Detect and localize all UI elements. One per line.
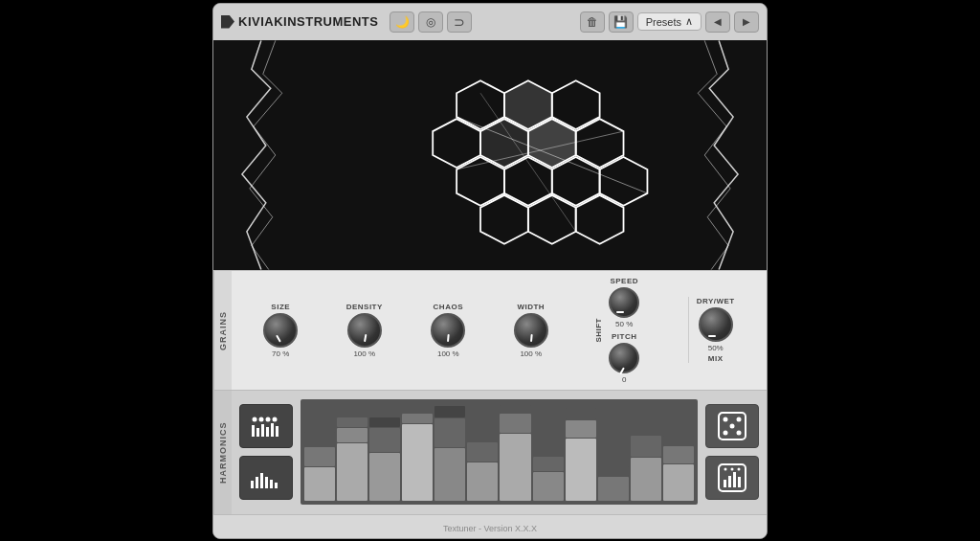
- svg-point-50: [738, 468, 741, 471]
- bar-segment: [598, 477, 629, 501]
- svg-rect-28: [266, 427, 269, 437]
- svg-rect-27: [261, 424, 264, 437]
- waveform-icon: [249, 463, 283, 492]
- width-value: 100 %: [520, 349, 542, 358]
- harmonics-section: HARMONICS: [213, 390, 767, 514]
- bar-segment: [337, 443, 368, 501]
- dice-button[interactable]: [705, 404, 759, 448]
- svg-rect-35: [270, 480, 273, 488]
- presets-dropdown[interactable]: Presets ∧: [637, 12, 702, 31]
- grains-label: GRAINS: [213, 271, 232, 390]
- speed-value: 50 %: [615, 320, 633, 328]
- waveform-button[interactable]: [239, 456, 293, 500]
- trash-button[interactable]: 🗑: [580, 11, 605, 33]
- pattern-button[interactable]: [239, 404, 293, 448]
- svg-point-23: [266, 417, 271, 422]
- logo-text: KIVIAKINSTRUMENTS: [238, 14, 378, 29]
- right-buttons: [705, 404, 759, 500]
- bar-segment: [369, 417, 400, 427]
- bar-segment: [304, 447, 335, 466]
- svg-point-38: [724, 417, 728, 422]
- bar-col-1: [337, 403, 368, 501]
- bar-col-7: [533, 403, 564, 501]
- svg-point-41: [724, 431, 728, 436]
- speed-label: SPEED: [610, 277, 638, 285]
- dice-wave-icon: [715, 461, 749, 495]
- density-label: DENSITY: [346, 303, 383, 311]
- save-button[interactable]: 💾: [609, 11, 634, 33]
- speed-knob[interactable]: [609, 287, 639, 318]
- svg-rect-44: [724, 480, 726, 487]
- harm-left-buttons: [239, 404, 293, 500]
- svg-rect-32: [256, 477, 258, 488]
- bar-col-6: [500, 403, 530, 501]
- chaos-knob-group: CHAOS 100 %: [431, 303, 465, 358]
- svg-point-48: [724, 468, 727, 471]
- pitch-knob-group: PITCH 0: [609, 332, 639, 384]
- pitch-knob[interactable]: [609, 343, 639, 373]
- pitch-value: 0: [622, 375, 626, 384]
- svg-rect-33: [260, 473, 263, 488]
- svg-point-40: [730, 424, 735, 429]
- chaos-knob[interactable]: [431, 313, 465, 348]
- bar-col-11: [663, 403, 694, 501]
- drywet-knob[interactable]: [699, 307, 733, 342]
- knobs-row: SIZE 70 % DENSITY 100 %: [232, 271, 767, 390]
- bar-segment: [467, 462, 498, 501]
- bar-segment: [663, 464, 694, 501]
- fish-button[interactable]: ⊃: [447, 11, 472, 33]
- bar-col-8: [566, 403, 596, 501]
- bar-col-5: [467, 403, 498, 501]
- chevron-icon: ∧: [685, 15, 693, 28]
- bar-segment: [304, 467, 335, 501]
- bar-col-4: [434, 403, 465, 501]
- bar-segment: [369, 428, 400, 452]
- svg-rect-36: [275, 483, 278, 488]
- svg-point-42: [737, 431, 742, 436]
- pitch-label: PITCH: [612, 332, 637, 341]
- bar-segment: [434, 406, 465, 417]
- version-text: Textuner - Version X.X.X: [443, 524, 537, 533]
- bar-col-9: [598, 403, 629, 501]
- density-value: 100 %: [353, 349, 375, 358]
- presets-label: Presets: [646, 16, 681, 28]
- moon-button[interactable]: 🌙: [390, 11, 414, 33]
- drywet-value: 50%: [708, 344, 724, 352]
- density-knob[interactable]: [347, 313, 382, 348]
- width-knob[interactable]: [514, 313, 548, 348]
- svg-rect-26: [256, 428, 259, 437]
- bar-segment: [467, 442, 498, 462]
- size-knob[interactable]: [263, 313, 298, 348]
- bar-segment: [337, 417, 368, 427]
- svg-rect-25: [252, 425, 255, 437]
- svg-rect-47: [738, 477, 741, 487]
- svg-point-24: [273, 417, 278, 422]
- shift-label: SHIFT: [594, 318, 603, 343]
- bar-segment: [663, 436, 694, 445]
- bar-col-0: [304, 403, 335, 501]
- density-knob-group: DENSITY 100 %: [346, 303, 383, 358]
- width-knob-group: WIDTH 100 %: [514, 303, 548, 358]
- prev-button[interactable]: ◀: [705, 11, 730, 33]
- svg-point-21: [253, 417, 257, 422]
- bar-segment: [337, 428, 368, 442]
- bar-segment: [500, 405, 530, 413]
- bar-segment: [631, 436, 661, 457]
- size-value: 70 %: [272, 349, 289, 358]
- bars-area: [301, 399, 698, 505]
- plugin-window: KIVIAKINSTRUMENTS 🌙 ◎ ⊃ 🗑 💾 Presets ∧ ◀ …: [212, 3, 768, 539]
- visualizer: [213, 40, 767, 270]
- bar-segment: [402, 424, 433, 501]
- dice-icon: [715, 409, 749, 443]
- target-button[interactable]: ◎: [418, 11, 443, 33]
- bar-segment: [434, 418, 465, 447]
- harmonics-label: HARMONICS: [213, 391, 232, 514]
- next-button[interactable]: ▶: [734, 11, 759, 33]
- bar-segment: [500, 434, 530, 501]
- bar-col-2: [369, 403, 400, 501]
- footer: Textuner - Version X.X.X: [213, 514, 767, 538]
- svg-rect-45: [728, 476, 731, 487]
- width-label: WIDTH: [517, 303, 545, 311]
- svg-rect-30: [276, 426, 278, 437]
- dice-wave-button[interactable]: [705, 456, 759, 500]
